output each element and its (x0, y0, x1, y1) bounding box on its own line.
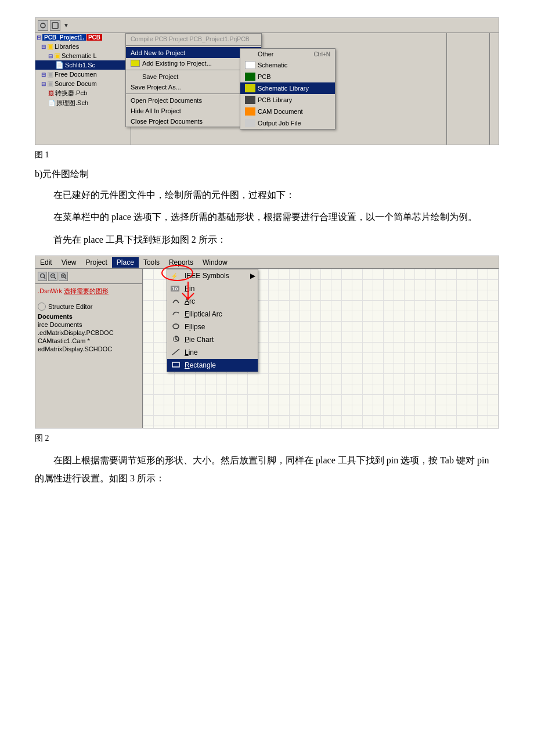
submenu-item-output[interactable]: Output Job File (240, 117, 335, 129)
paragraph-3: 首先在 place 工具下找到矩形如图 2 所示： (35, 231, 499, 249)
tree-item-schematic-lib[interactable]: ⊟ ▣ Schematic L (35, 51, 131, 60)
tree-item-converter[interactable]: 🖼 转换器.Pcb (35, 88, 131, 98)
context-menu-item-compile: Compile PCB Project PCB_Project1.PrjPCB (126, 34, 261, 44)
project-tree: ⊟ PCB_Project1. PCB ⊟ ▣ Libraries ⊟ ▣ Sc… (35, 33, 131, 145)
file-icon-schlib1: 📄 (55, 61, 64, 69)
schlib-icon (245, 84, 255, 92)
hide-label: Hide All In Project (131, 107, 181, 114)
place-item-ellipse[interactable]: Ellipse (167, 321, 258, 333)
schematic-library-label: Schematic Library (258, 85, 309, 92)
pcblib-icon (245, 96, 255, 104)
structure-editor-label: Structure Editor (48, 303, 92, 310)
pin-icon: 1o (171, 286, 179, 291)
right-panel: 1 components ▲ (446, 18, 499, 145)
output-icon (245, 119, 255, 127)
elliptical-arc-icon (172, 310, 180, 319)
fig2-label: 图 2 (35, 433, 499, 444)
schematic-label: 原理图.Sch (56, 99, 88, 107)
submenu-item-other[interactable]: Other Ctrl+N (240, 49, 335, 59)
place-item-line[interactable]: Line (167, 346, 258, 359)
context-divider-1 (126, 45, 261, 46)
output-label: Output Job File (258, 120, 301, 127)
structure-radio[interactable] (38, 303, 46, 311)
toolbar-btn-2[interactable] (50, 20, 60, 31)
fig2-row-matrix: .edMatrixDisplay.PCBDOC (38, 329, 140, 337)
schematic-icon (245, 61, 255, 69)
menu-place[interactable]: Place (112, 257, 139, 268)
tree-item-free-docs[interactable]: ⊟ ▣ Free Documen (35, 70, 131, 79)
source-docs-label: Source Docum (55, 80, 97, 87)
svg-point-2 (40, 274, 44, 278)
ieee-arrow: ▶ (244, 272, 255, 280)
menu-project[interactable]: Project (81, 257, 111, 268)
converter-label: 转换器.Pcb (55, 89, 87, 98)
elliptical-arc-label: Elliptical Arc (185, 310, 222, 318)
tree-item-schematic[interactable]: 📄 原理图.Sch (35, 98, 131, 108)
pie-icon (172, 336, 180, 344)
fig2-row-documents: Documents (38, 311, 140, 321)
save-as-label: Save Project As... (131, 84, 181, 91)
submenu-item-pcb[interactable]: PCB (240, 71, 335, 82)
rect-icon (172, 361, 180, 370)
close-label: Close Project Documents (131, 118, 203, 125)
tree-item-libraries[interactable]: ⊟ ▣ Libraries (35, 42, 131, 51)
place-item-elliptical-arc[interactable]: Elliptical Arc (167, 308, 258, 321)
figure-2: .com Edit View Project Place Tools Repor… (35, 255, 499, 429)
place-item-ieee[interactable]: ⚡ IEEE Symbols ▶ (167, 269, 258, 282)
menu-view[interactable]: View (57, 257, 81, 268)
fig2-left-panel: .DsnWrk 选择需要的图形 Structure Editor Documen… (35, 269, 143, 428)
schematic-lib-label: Schematic L (62, 52, 97, 59)
svg-line-8 (64, 278, 66, 279)
fig2-row-dsnwrk: .DsnWrk 选择需要的图形 (38, 286, 140, 296)
tree-item-source-docs[interactable]: ⊟ ▣ Source Docum (35, 79, 131, 88)
arc-icon (172, 297, 180, 306)
menu-reports[interactable]: Reports (164, 257, 198, 268)
place-item-arc[interactable]: Arc (167, 295, 258, 308)
pcb-library-label: PCB Library (258, 96, 292, 103)
fig2-left-content: .DsnWrk 选择需要的图形 Structure Editor Documen… (35, 284, 142, 353)
svg-line-13 (172, 349, 179, 355)
schlib1-label: Schlib1.Sc (65, 62, 95, 69)
svg-line-5 (54, 278, 56, 279)
menu-window[interactable]: Window (198, 257, 232, 268)
pcb-project-label: PCB_Project1. (42, 34, 86, 41)
zoom-btn-3[interactable] (59, 272, 68, 281)
menubar: Edit View Project Place Tools Reports Wi… (35, 256, 499, 269)
fig2-row-schdoc: edMatrixDisplay.SCHDOC (38, 345, 140, 353)
ieee-label: IEEE Symbols (185, 272, 229, 280)
svg-line-3 (44, 278, 45, 279)
submenu-item-pcb-library[interactable]: PCB Library (240, 94, 335, 106)
cam-icon (245, 107, 255, 116)
toolbar-arrow: ▼ (63, 22, 69, 28)
paragraph-1: 在已建好的元件图文件中，绘制所需的元件图，过程如下： (35, 186, 499, 204)
pcb-icon (245, 73, 255, 81)
tree-item-schlib1[interactable]: 📄 Schlib1.Sc (35, 60, 131, 70)
pcb-label: PCB (86, 34, 102, 41)
ellipse-label: Ellipse (185, 323, 205, 331)
menu-tools[interactable]: Tools (139, 257, 164, 268)
submenu-item-schematic-library[interactable]: Schematic Library (240, 82, 335, 94)
submenu-item-cam[interactable]: CAM Document (240, 106, 335, 117)
submenu-item-schematic[interactable]: Schematic (240, 59, 335, 71)
zoom-btn-1[interactable] (38, 272, 47, 281)
pcb-menu-label: PCB (258, 73, 271, 80)
scrollbar-right[interactable]: ▲ (489, 18, 499, 145)
submenu: Other Ctrl+N Schematic PCB Schematic Lib… (240, 48, 335, 129)
open-label: Open Project Documents (131, 97, 202, 104)
minus-icon-src: ⊟ (41, 81, 46, 87)
toolbar-btn-1[interactable] (38, 20, 48, 31)
folder-icon-src: ▣ (47, 80, 53, 88)
zoom-btn-2[interactable] (48, 272, 57, 281)
rectangle-label: Rectangle (185, 361, 216, 369)
fig2-row-empty (38, 296, 140, 302)
fig2-toolbar (35, 269, 142, 284)
minus-icon: ⊟ (37, 34, 41, 41)
place-item-pin[interactable]: 1o Pin (167, 282, 258, 295)
arc-label: Arc (185, 297, 195, 305)
place-item-rectangle[interactable]: Rectangle (167, 359, 258, 372)
pie-label: Pie Chart (185, 336, 214, 344)
menu-edit[interactable]: Edit (35, 257, 57, 268)
ieee-icon: ⚡ (171, 273, 178, 279)
tree-item-pcb-project[interactable]: ⊟ PCB_Project1. PCB (35, 33, 131, 42)
place-item-pie[interactable]: Pie Chart (167, 333, 258, 346)
